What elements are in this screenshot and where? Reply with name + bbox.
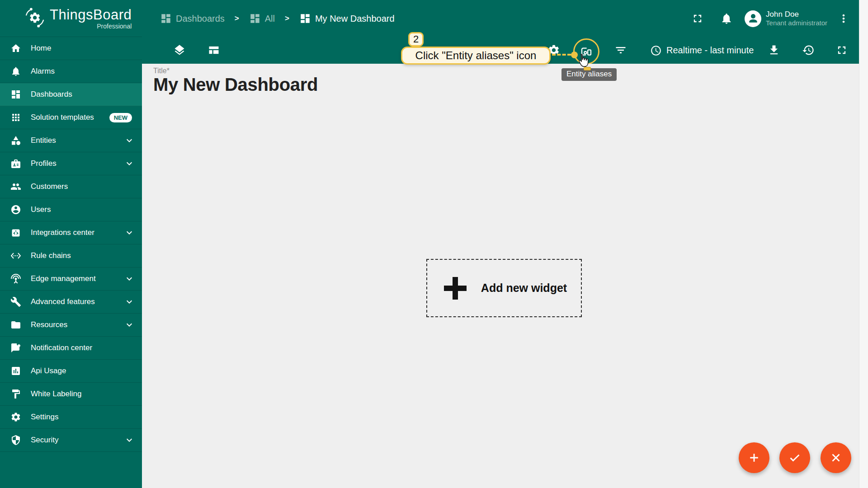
- chevron-down-icon: [124, 435, 135, 446]
- sidebar-item-label: Customers: [31, 182, 68, 191]
- fullscreen-icon[interactable]: [691, 12, 704, 25]
- check-icon: [788, 451, 802, 465]
- sidebar-item-alarms[interactable]: Alarms: [0, 60, 142, 83]
- breadcrumb-separator: >: [231, 14, 243, 23]
- sidebar-item-label: Resources: [31, 320, 67, 329]
- timewindow-label: Realtime - last minute: [666, 45, 754, 56]
- sidebar-item-notification-center[interactable]: Notification center: [0, 337, 142, 360]
- chevron-down-icon: [124, 227, 135, 238]
- apply-fab-button[interactable]: [779, 442, 810, 473]
- ethernet-code-icon: [10, 250, 21, 261]
- logo-text: ThingsBoard Professional: [50, 8, 132, 29]
- fullscreen-icon[interactable]: [835, 44, 848, 56]
- dashboard-content: Title* My New Dashboard Add new widget: [142, 64, 859, 488]
- close-fab-button[interactable]: [821, 442, 851, 473]
- plus-icon: [441, 274, 469, 302]
- sidebar-item-solution-templates[interactable]: Solution templates NEW: [0, 106, 142, 129]
- sidebar-item-label: Dashboards: [31, 90, 72, 99]
- download-icon[interactable]: [768, 44, 780, 56]
- breadcrumb-label: My New Dashboard: [315, 14, 395, 24]
- chat-unread-icon: [10, 343, 21, 353]
- chevron-down-icon: [124, 135, 135, 146]
- shield-icon: [10, 435, 21, 446]
- thingsboard-window: ThingsBoard Professional Home Alarms Das…: [0, 0, 868, 488]
- title-field-label: Title*: [153, 67, 170, 75]
- app-logo[interactable]: ThingsBoard Professional: [0, 0, 142, 37]
- bell-icon[interactable]: [720, 12, 733, 25]
- clock-icon: [650, 45, 662, 56]
- timewindow-button[interactable]: Realtime - last minute: [650, 37, 754, 64]
- sidebar-item-label: White Labeling: [31, 389, 81, 399]
- dashboard-icon: [299, 13, 311, 24]
- kebab-menu-icon[interactable]: [837, 12, 850, 25]
- sidebar-item-label: Users: [31, 205, 51, 214]
- sidebar-item-integrations-center[interactable]: Integrations center: [0, 221, 142, 244]
- guide-connector-line: [552, 54, 571, 56]
- sidebar-item-rule-chains[interactable]: Rule chains: [0, 244, 142, 267]
- sidebar-item-label: Rule chains: [31, 251, 71, 260]
- id-badge-icon: [10, 158, 21, 169]
- breadcrumb-label: All: [265, 14, 275, 24]
- guide-instruction-bubble: Click "Entity aliases" icon: [401, 47, 551, 65]
- sidebar-item-edge-management[interactable]: Edge management: [0, 267, 142, 291]
- close-icon: [829, 451, 843, 465]
- sidebar-item-dashboards[interactable]: Dashboards: [0, 83, 142, 106]
- dashboard-icon: [249, 13, 261, 24]
- breadcrumb-dashboards[interactable]: Dashboards: [160, 13, 225, 24]
- sidebar-item-security[interactable]: Security: [0, 429, 142, 452]
- apps-grid-icon: [10, 112, 21, 123]
- sidebar-item-resources[interactable]: Resources: [0, 314, 142, 337]
- sidebar-item-label: Advanced features: [31, 297, 95, 306]
- layers-icon[interactable]: [173, 44, 186, 56]
- top-header-bar: Dashboards > All > My New Dashboard John…: [142, 0, 859, 37]
- layouts-icon[interactable]: [208, 44, 220, 56]
- people-icon: [10, 181, 21, 192]
- sidebar-item-api-usage[interactable]: Api Usage: [0, 360, 142, 383]
- sidebar-item-label: Notification center: [31, 343, 92, 352]
- filter-icon[interactable]: [614, 44, 627, 56]
- add-fab-button[interactable]: [739, 442, 769, 473]
- person-circle-icon: [10, 204, 21, 215]
- sidebar-item-entities[interactable]: Entities: [0, 129, 142, 152]
- avatar[interactable]: [745, 10, 761, 27]
- sidebar-item-label: Integrations center: [31, 228, 94, 237]
- chevron-down-icon: [124, 158, 135, 169]
- sidebar-item-white-labeling[interactable]: White Labeling: [0, 383, 142, 406]
- sidebar-item-customers[interactable]: Customers: [0, 175, 142, 198]
- app-edition: Professional: [50, 23, 132, 29]
- breadcrumb-label: Dashboards: [176, 14, 225, 24]
- breadcrumb: Dashboards > All > My New Dashboard: [160, 13, 395, 24]
- dashboard-icon: [10, 89, 21, 100]
- sidebar-nav: Home Alarms Dashboards Solution template…: [0, 37, 142, 452]
- sidebar-item-home[interactable]: Home: [0, 37, 142, 60]
- user-name: John Doe: [766, 9, 827, 19]
- chevron-down-icon: [124, 319, 135, 330]
- vertical-scrollbar[interactable]: [859, 0, 868, 488]
- add-widget-label: Add new widget: [481, 282, 567, 295]
- guide-step-badge: 2: [408, 32, 424, 47]
- user-info[interactable]: John Doe Tenant administrator: [766, 9, 827, 28]
- breadcrumb-current-dashboard: My New Dashboard: [299, 13, 395, 24]
- shapes-icon: [10, 135, 21, 146]
- sidebar-item-label: Settings: [31, 413, 58, 422]
- sidebar-item-users[interactable]: Users: [0, 198, 142, 221]
- dashboard-title-input[interactable]: My New Dashboard: [153, 75, 318, 95]
- bell-icon: [10, 66, 21, 77]
- breadcrumb-all[interactable]: All: [249, 13, 275, 24]
- sidebar-item-label: Profiles: [31, 159, 57, 168]
- dashboard-icon: [160, 13, 172, 24]
- chevron-down-icon: [124, 296, 135, 307]
- breadcrumb-separator: >: [281, 14, 293, 23]
- add-new-widget-button[interactable]: Add new widget: [426, 259, 582, 317]
- sidebar-item-profiles[interactable]: Profiles: [0, 152, 142, 175]
- sidebar-item-settings[interactable]: Settings: [0, 406, 142, 429]
- history-icon[interactable]: [802, 44, 815, 56]
- sidebar-item-label: Security: [31, 436, 58, 445]
- paint-roller-icon: [10, 389, 21, 399]
- sidebar-item-advanced-features[interactable]: Advanced features: [0, 291, 142, 314]
- thingsboard-logo-icon: [24, 7, 45, 30]
- sidebar-item-label: Edge management: [31, 274, 96, 283]
- chevron-down-icon: [124, 273, 135, 284]
- user-role: Tenant administrator: [766, 19, 827, 28]
- person-icon: [746, 12, 760, 25]
